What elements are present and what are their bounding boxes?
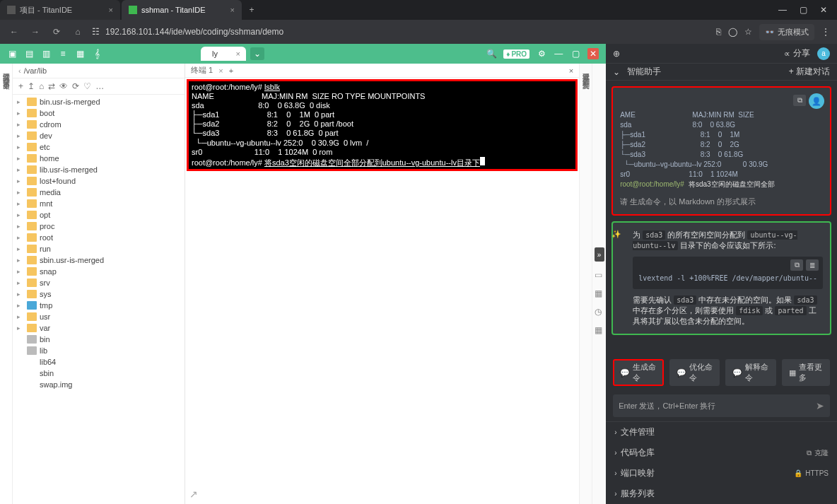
terminal-tab-label[interactable]: 终端 1 [191, 65, 213, 76]
acc-port-map[interactable]: ›端口映射🔒HTTPS [606, 463, 837, 484]
tree-row[interactable]: ▸tmp [13, 300, 185, 311]
plus-icon[interactable]: + [18, 81, 23, 91]
optimize-cmd-button[interactable]: 💬优化命令 [669, 359, 720, 386]
home-icon[interactable]: ⌂ [39, 81, 44, 91]
forward-icon[interactable]: → [28, 27, 42, 37]
tree-row[interactable]: ▸root [13, 232, 185, 243]
tree-row[interactable]: bin [13, 334, 185, 345]
generate-cmd-button[interactable]: 💬生成命令 [613, 359, 664, 386]
eye-icon[interactable]: 👁 [59, 81, 68, 91]
tab-menu-button[interactable]: ⌄ [250, 47, 264, 60]
acc-services[interactable]: ›服务列表 [606, 484, 837, 504]
tree-row[interactable]: ▸home [13, 153, 185, 164]
tree-row[interactable]: ▸sbin.usr-is-merged [13, 254, 185, 266]
cal-icon[interactable]: ▦ [595, 288, 604, 298]
tree-item-label: proc [40, 222, 54, 230]
install-icon[interactable]: ⎘ [716, 27, 721, 37]
tree-row[interactable]: ▸opt [13, 209, 185, 221]
tree-row[interactable]: ▸lost+found [13, 175, 185, 187]
tree-row[interactable]: lib64 [13, 356, 185, 368]
app-icon[interactable]: ⊕ [613, 49, 620, 59]
close-icon[interactable]: × [230, 6, 235, 14]
tree-row[interactable]: ▸sys [13, 288, 185, 300]
chevron-down-icon[interactable]: ⌄ [613, 67, 620, 77]
tree-row[interactable]: ▸media [13, 187, 185, 198]
close-icon[interactable]: × [218, 66, 223, 75]
file-icon[interactable]: ▤ [24, 49, 34, 59]
heart-icon[interactable]: ♡ [83, 81, 91, 91]
attach-icon[interactable]: 𝄞 [92, 49, 102, 59]
columns-icon[interactable]: ▥ [41, 49, 51, 59]
clock-icon[interactable]: ◷ [595, 307, 604, 317]
maximize-icon[interactable]: ▢ [570, 49, 580, 59]
maximize-icon[interactable]: ▢ [800, 5, 807, 15]
bookmark-icon[interactable]: ☆ [744, 27, 752, 37]
browser-tab-1[interactable]: 项目 - TitanIDE × [0, 0, 120, 20]
reload-icon[interactable]: ⟳ [49, 27, 64, 37]
close-icon[interactable]: × [236, 49, 240, 58]
explain-cmd-button[interactable]: 💬解释命令 [725, 359, 776, 386]
url-bar[interactable]: ☷ 192.168.101.144/ide/web/coding/sshman/… [92, 27, 709, 37]
tree-row[interactable]: sbin [13, 368, 185, 379]
avatar[interactable]: a [817, 47, 830, 60]
tree-row[interactable]: ▸bin.usr-is-merged [13, 96, 185, 107]
tree-row[interactable]: ▸dev [13, 130, 185, 141]
tree-row[interactable]: ▸boot [13, 107, 185, 119]
acc-file-mgmt[interactable]: ›文件管理 [606, 422, 837, 443]
more-icon[interactable]: … [95, 81, 104, 91]
resize-handle-icon[interactable]: ↗ [189, 488, 198, 500]
breadcrumb[interactable]: ‹ /var/lib [13, 64, 185, 78]
swap-icon[interactable]: ⇄ [48, 81, 55, 91]
tree-row[interactable]: ▸run [13, 243, 185, 254]
grid-icon[interactable]: ▦ [595, 325, 604, 335]
share-button[interactable]: ∝分享 [784, 47, 810, 59]
new-file-icon[interactable]: ▣ [7, 49, 17, 59]
tree-row[interactable]: swap.img [13, 379, 185, 390]
tree-row[interactable]: ▸var [13, 322, 185, 334]
new-chat-button[interactable]: + 新建对话 [789, 66, 830, 78]
back-icon[interactable]: ← [7, 27, 21, 37]
tree-row[interactable]: ▸lib.usr-is-merged [13, 164, 185, 175]
browser-tab-2[interactable]: sshman - TitanIDE × [122, 0, 242, 20]
minimize-icon[interactable]: — [778, 5, 787, 15]
tree-item-label: home [40, 154, 59, 163]
send-icon[interactable]: ➤ [816, 400, 824, 411]
home-icon[interactable]: ⌂ [71, 27, 85, 37]
close-icon[interactable]: ✕ [587, 48, 599, 59]
close-panel-icon[interactable]: × [569, 66, 573, 75]
collapse-icon[interactable]: » [595, 247, 604, 262]
ide-file-tab[interactable]: ly × [201, 47, 246, 61]
tree-row[interactable]: ▸snap [13, 266, 185, 277]
tree-row[interactable]: ▸cdrom [13, 119, 185, 130]
tree-row[interactable]: ▸etc [13, 141, 185, 153]
search-icon[interactable]: 🔍 [486, 49, 496, 59]
copy-icon[interactable]: ⧉ [790, 259, 803, 271]
gear-icon[interactable]: ⚙ [537, 49, 546, 59]
menu-icon[interactable]: ⋮ [821, 27, 830, 37]
tree-row[interactable]: ▸srv [13, 277, 185, 288]
tree-row[interactable]: ▸proc [13, 221, 185, 232]
board-icon[interactable]: ▦ [75, 49, 85, 59]
tree-row[interactable]: lib [13, 345, 185, 356]
refresh-icon[interactable]: ⟳ [72, 81, 79, 91]
upload-icon[interactable]: ↥ [28, 81, 35, 91]
site-info-icon[interactable]: ☷ [92, 27, 100, 37]
chevron-left-icon[interactable]: ‹ [18, 66, 21, 75]
tree-row[interactable]: ▸usr [13, 311, 185, 322]
incognito-button[interactable]: 👓 无痕模式 [759, 24, 814, 40]
close-icon[interactable]: ✕ [820, 5, 827, 15]
list-icon[interactable]: ≡ [58, 49, 68, 59]
acc-code-repo[interactable]: ›代码仓库⧉克隆 [606, 443, 837, 463]
insert-icon[interactable]: ≣ [806, 259, 819, 271]
extension-icon[interactable]: ◯ [728, 27, 737, 37]
tree-row[interactable]: ▸mnt [13, 198, 185, 209]
plus-icon[interactable]: + [229, 66, 233, 75]
terminal[interactable]: root@root:/home/ly# lsblk NAME MAJ:MIN R… [189, 81, 575, 169]
close-icon[interactable]: × [109, 6, 113, 14]
doc-icon[interactable]: ▭ [595, 270, 604, 280]
minimize-icon[interactable]: — [554, 49, 563, 59]
copy-icon[interactable]: ⧉ [793, 95, 806, 106]
chat-input[interactable]: Enter 发送，Ctrl+Enter 换行 ➤ [613, 394, 830, 417]
more-button[interactable]: ▦查看更多 [782, 359, 830, 386]
new-tab-button[interactable]: + [243, 0, 260, 20]
